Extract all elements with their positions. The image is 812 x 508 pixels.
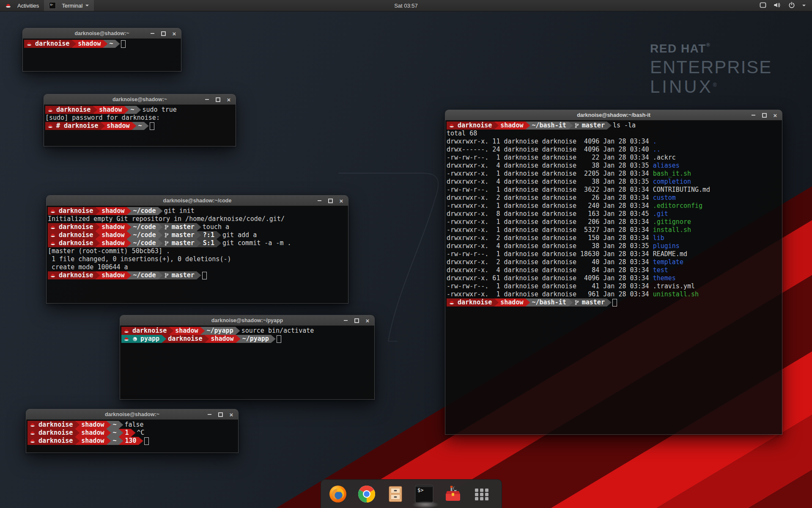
minimize-button[interactable]: [150, 30, 155, 36]
titlebar[interactable]: darknoise@shadow:~×: [23, 28, 181, 39]
window-controls: ×: [317, 196, 344, 206]
segment-text: pyapp: [140, 335, 159, 343]
terminal-line: drwxrwxr-x. 4 darknoise darknoise 84 Jan…: [447, 266, 782, 274]
app-grid-icon: [472, 485, 491, 503]
terminal-content[interactable]: darknoiseshadow~/bash-itmasterls -latota…: [445, 120, 782, 434]
dock-item-files[interactable]: [385, 482, 409, 506]
output-text: completion: [653, 178, 691, 186]
maximize-button[interactable]: [354, 318, 359, 323]
prompt-segment-user: darknoise: [162, 335, 209, 343]
terminal-cursor: [612, 299, 617, 306]
segment-text: darknoise: [59, 223, 93, 231]
segment-text: master: [582, 121, 605, 130]
minimize-button[interactable]: [317, 198, 322, 204]
redhat-icon: [30, 430, 36, 436]
terminal-content[interactable]: darknoiseshadow~/codegit initInitialized…: [47, 206, 348, 303]
terminal-line: -rw-rw-r--. 1 darknoise darknoise 3622 J…: [447, 186, 782, 194]
prompt-segment-path: ~/bash-it: [525, 298, 573, 306]
titlebar[interactable]: darknoise@shadow:~/bash-it×: [445, 110, 782, 121]
terminal-line: Initialized empty Git repository in /hom…: [48, 215, 348, 223]
titlebar[interactable]: darknoise@shadow:~×: [26, 409, 238, 420]
firefox-icon: [329, 485, 347, 503]
dock-item-app-grid[interactable]: [471, 482, 495, 506]
terminal-line: drwxrwxr-x. 4 darknoise darknoise 38 Jan…: [447, 242, 782, 250]
dock-item-terminal[interactable]: $>: [414, 482, 437, 506]
output-text: uninstall.sh: [653, 290, 699, 298]
top-bar: Activities $> Terminal Sat 03:57: [0, 0, 812, 11]
running-indicator-glow: [412, 501, 439, 508]
terminal-line: -rwxrwxr-x. 1 darknoise darknoise 5327 J…: [447, 226, 782, 234]
window-controls: ×: [751, 110, 778, 120]
redhat-icon: [123, 328, 129, 334]
prompt-segment-user: darknoise: [48, 223, 100, 231]
terminal-content[interactable]: darknoiseshadow~falsedarknoiseshadow~1^C…: [26, 420, 238, 453]
maximize-button[interactable]: [215, 97, 220, 102]
redhat-icon: [123, 336, 129, 342]
toolbox-icon: [444, 485, 462, 503]
activities-button[interactable]: Activities: [0, 0, 44, 11]
redhat-icon: [30, 422, 36, 428]
prompt-segment-host: shadow: [95, 223, 131, 231]
terminal-content[interactable]: darknoiseshadow~sudo true[sudo] password…: [44, 105, 236, 146]
output-text: -rwxrwxr-x. 1 darknoise darknoise 2205 J…: [447, 170, 653, 178]
minimize-button[interactable]: [751, 112, 756, 118]
terminal-content[interactable]: darknoiseshadow~/pyappsource bin/activat…: [120, 326, 374, 399]
maximize-button[interactable]: [762, 112, 767, 118]
minimize-button[interactable]: [204, 97, 209, 102]
titlebar[interactable]: darknoise@shadow:~/code×: [47, 196, 348, 206]
app-menu-terminal[interactable]: $> Terminal: [44, 0, 94, 11]
window-title: darknoise@shadow:~: [112, 97, 167, 102]
terminal-line: # darknoiseshadow~: [45, 122, 236, 130]
brand-line-3: LINUX®: [650, 78, 772, 96]
terminal-line: darknoiseshadow~/codemaster?:1git add a: [48, 231, 348, 239]
output-text: .ackrc: [653, 154, 676, 162]
dock-item-chrome[interactable]: [357, 482, 380, 506]
system-indicators[interactable]: [760, 0, 812, 11]
terminal-line: darknoiseshadow~sudo true: [45, 106, 236, 114]
output-text: drwxrwxr-x. 4 darknoise darknoise 38 Jan…: [447, 178, 653, 186]
terminal-line: -rw-rw-r--. 1 darknoise darknoise 41 Jan…: [447, 282, 782, 290]
terminal-line: -rw-rw-r--. 1 darknoise darknoise 18630 …: [447, 250, 782, 258]
segment-text: shadow: [99, 106, 122, 114]
output-text: drwxrwxr-x. 61 darknoise darknoise 4096 …: [447, 274, 653, 282]
close-button[interactable]: ×: [226, 97, 231, 102]
segment-text: ~/pyapp: [206, 327, 233, 335]
close-button[interactable]: ×: [773, 112, 778, 118]
segment-text: 1: [125, 429, 129, 437]
dock-item-toolbox[interactable]: [442, 482, 466, 506]
close-button[interactable]: ×: [365, 318, 370, 323]
window-title: darknoise@shadow:~: [105, 411, 159, 417]
prompt-segment-host: shadow: [100, 122, 136, 130]
dock-item-firefox[interactable]: [328, 482, 351, 506]
window-title: darknoise@shadow:~: [74, 30, 129, 36]
minimize-button[interactable]: [343, 318, 348, 323]
output-text: total 68: [447, 130, 477, 138]
close-button[interactable]: ×: [229, 411, 234, 417]
app-menu-label: Terminal: [62, 3, 82, 9]
terminal-cursor: [277, 335, 281, 343]
branch-icon: [165, 232, 169, 238]
maximize-button[interactable]: [218, 411, 223, 417]
close-button[interactable]: ×: [339, 198, 344, 204]
dock: $>: [321, 479, 502, 508]
terminal-line: drwx------. 24 darknoise darknoise 4096 …: [447, 146, 782, 154]
close-button[interactable]: ×: [172, 30, 177, 36]
segment-text: shadow: [81, 429, 104, 437]
titlebar[interactable]: darknoise@shadow:~×: [44, 94, 236, 105]
maximize-button[interactable]: [328, 198, 333, 204]
titlebar[interactable]: darknoise@shadow:~/pyapp×: [120, 315, 374, 326]
terminal-content[interactable]: darknoiseshadow~: [23, 39, 181, 71]
prompt-segment-path: ~/pyapp: [200, 327, 240, 335]
maximize-button[interactable]: [161, 30, 166, 36]
prompt-segment-host: shadow: [494, 298, 530, 306]
segment-text: ~/code: [133, 231, 156, 239]
output-text: -rwxrwxr-x. 1 darknoise darknoise 206 Ja…: [447, 218, 653, 226]
minimize-button[interactable]: [207, 411, 212, 417]
branch-icon: [165, 240, 169, 246]
output-text: -rwxrwxr-x. 1 darknoise darknoise 240 Ja…: [447, 202, 653, 210]
terminal-line: -rw-rw-r--. 1 darknoise darknoise 22 Jan…: [447, 154, 782, 162]
prompt-segment-user: darknoise: [121, 327, 173, 335]
window-title: darknoise@shadow:~/bash-it: [577, 112, 650, 118]
redhat-icon: [449, 300, 455, 306]
clock[interactable]: Sat 03:57: [394, 3, 418, 9]
